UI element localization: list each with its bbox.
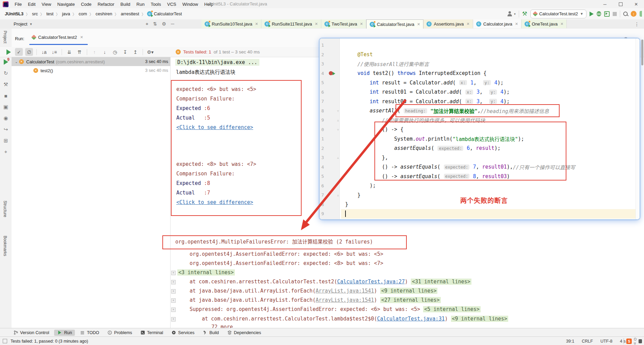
- menu-item-tools[interactable]: Tools: [148, 1, 164, 7]
- close-icon[interactable]: ✕: [80, 35, 83, 40]
- editor-line[interactable]: 5() -> assertEquals( expected: 8, result…: [320, 172, 640, 181]
- editor-line[interactable]: 4void test2() throws InterruptedExceptio…: [320, 69, 640, 78]
- update-icon[interactable]: ↑: [631, 11, 637, 17]
- expand-icon[interactable]: +: [171, 280, 176, 284]
- fold-marker-icon[interactable]: ▵: [335, 156, 341, 159]
- stripe-label-structure[interactable]: Structure: [3, 201, 7, 217]
- stop-button[interactable]: ■: [2, 92, 9, 99]
- fold-marker-icon[interactable]: ▵: [335, 193, 341, 197]
- expand-icon[interactable]: +: [171, 308, 176, 312]
- debug-button[interactable]: [597, 11, 601, 16]
- previous-failed-icon[interactable]: ↑: [91, 48, 98, 56]
- fold-marker-icon[interactable]: ▵: [335, 118, 341, 122]
- menu-item-code[interactable]: Code: [78, 1, 94, 7]
- close-icon[interactable]: ✕: [467, 22, 470, 26]
- breadcrumb-leaf[interactable]: CalculatorTest: [153, 11, 182, 17]
- tab-runsuite10test-java[interactable]: CRunSuite10Test.java✕: [202, 19, 261, 28]
- test-tree-row[interactable]: ⌄✕CalculatorTest(com.ceshiren.arresttest…: [12, 57, 170, 66]
- stack-link[interactable]: ArrayList.java:1541: [316, 297, 374, 303]
- tab-onetest-java[interactable]: COneTest.java✕: [521, 19, 567, 28]
- run-button[interactable]: [590, 12, 594, 16]
- menu-item-window[interactable]: Window: [180, 1, 201, 7]
- run-tab[interactable]: CalculatorTest.test2 ✕: [29, 33, 86, 41]
- tab-runsuite11test-java[interactable]: CRunSuite11Test.java✕: [261, 19, 321, 28]
- menu-item-view[interactable]: View: [39, 1, 54, 7]
- breadcrumb-item[interactable]: arresttest: [120, 11, 140, 17]
- event-log-icon[interactable]: [3, 339, 7, 343]
- breadcrumb-item[interactable]: src: [31, 11, 38, 17]
- close-icon[interactable]: ✕: [560, 22, 563, 26]
- breadcrumb-item[interactable]: JUnit5L3: [4, 11, 24, 17]
- test-failed-run-icon[interactable]: [329, 71, 333, 75]
- scrollbar-thumb[interactable]: [641, 40, 643, 65]
- editor-line[interactable]: 4() -> assertEquals( expected: 7, result…: [320, 162, 640, 172]
- coverage-button[interactable]: [604, 11, 610, 17]
- import-results-icon[interactable]: ↧: [121, 48, 129, 56]
- expand-all-icon[interactable]: ⇊: [65, 48, 73, 56]
- tab-calculator-java[interactable]: CCalculator.java✕: [473, 19, 522, 28]
- rerun-button[interactable]: [5, 48, 13, 56]
- tab-twotest-java[interactable]: CTwoTest.java✕: [321, 19, 366, 28]
- stack-link[interactable]: CalculatorTest.java:27: [337, 279, 405, 285]
- status-line-ending[interactable]: CRLF: [582, 339, 593, 344]
- editor-line[interactable]: 3//使用asserAll进行集中断言: [320, 59, 640, 69]
- grid-icon[interactable]: ⊞: [2, 137, 9, 144]
- stripe-label-project[interactable]: Project: [3, 31, 7, 43]
- adjust-wrench-icon[interactable]: ⚒: [2, 81, 9, 88]
- menu-item-file[interactable]: File: [12, 1, 25, 7]
- expand-collapse-icon[interactable]: ⇅: [153, 21, 157, 27]
- toggle-auto-test-button[interactable]: ↻: [2, 70, 9, 77]
- menu-item-vcs[interactable]: VCS: [164, 1, 179, 7]
- ant-icon[interactable]: ◉: [2, 115, 9, 122]
- stack-link[interactable]: ArrayList.java:1541: [316, 288, 374, 294]
- breadcrumb-item[interactable]: com: [78, 11, 88, 17]
- editor-line[interactable]: 9▵//如果需要执行的操作很多，可以使用代码块: [320, 115, 640, 125]
- menu-item-run[interactable]: Run: [134, 1, 147, 7]
- editor-line[interactable]: 2assertEquals( expected: 6, result);: [320, 144, 640, 153]
- chevron-down-icon[interactable]: ⌄: [14, 60, 19, 64]
- close-icon[interactable]: ✕: [360, 22, 363, 26]
- editor-line[interactable]: 7int result03 = Calculator.add( x: 3, y:…: [320, 97, 640, 106]
- status-encoding[interactable]: UTF-8: [600, 339, 612, 344]
- build-hammer-icon[interactable]: ⚒: [522, 10, 527, 17]
- menu-item-build[interactable]: Build: [118, 1, 133, 7]
- gear-icon[interactable]: ⚙▾: [146, 48, 154, 56]
- toolwindow-button-problems[interactable]: Problems: [104, 330, 135, 336]
- stack-link[interactable]: CalculatorTest.java:31: [377, 316, 445, 322]
- breadcrumb-item[interactable]: test: [46, 11, 54, 17]
- next-failed-icon[interactable]: ↓: [101, 48, 109, 56]
- menu-item-refactor[interactable]: Refactor: [95, 1, 117, 7]
- editor-line[interactable]: 6int result01 = Calculator.add( x: 3, y:…: [320, 88, 640, 97]
- editor-line[interactable]: 2@Test: [320, 50, 640, 60]
- editor-line[interactable]: 0▿() -> {: [320, 125, 640, 135]
- expand-icon[interactable]: +: [171, 317, 176, 322]
- editor-line[interactable]: 1System.out.println("lambda表达式执行语法块");: [320, 134, 640, 144]
- gear-icon[interactable]: ⚙: [162, 21, 166, 27]
- editor-line[interactable]: 8▿assertAll( heading: "加法计算结果校验",//headi…: [320, 106, 640, 116]
- tab-calculatortest-java[interactable]: CCalculatorTest.java✕: [366, 19, 423, 29]
- maximize-icon[interactable]: [613, 0, 628, 8]
- test-history-icon[interactable]: ◷: [111, 48, 119, 56]
- toolwindow-button-run[interactable]: Run: [54, 330, 75, 336]
- minimize-icon[interactable]: ─: [597, 0, 613, 8]
- editor-line[interactable]: 5int result = Calculator.add( x: 1, y: 4…: [320, 78, 640, 88]
- toolwindow-button-version-control[interactable]: Version Control: [10, 330, 52, 336]
- close-icon[interactable]: ✕: [315, 22, 318, 26]
- fold-marker-icon[interactable]: ▿: [335, 109, 341, 113]
- toolwindow-button-build[interactable]: Build: [199, 330, 222, 336]
- editor-line[interactable]: 1: [320, 41, 640, 50]
- more-tabs-icon[interactable]: ⋮: [630, 19, 644, 29]
- toolwindow-button-services[interactable]: Services: [168, 330, 197, 336]
- sort-by-duration-icon[interactable]: ↓≡: [50, 48, 58, 56]
- pin-icon[interactable]: ⌖: [2, 148, 9, 155]
- diff-link[interactable]: <Click to see difference>: [176, 124, 253, 130]
- expand-icon[interactable]: +: [171, 289, 176, 294]
- diff-link[interactable]: <Click to see difference>: [176, 199, 253, 205]
- collapse-all-icon[interactable]: ⇈: [76, 48, 83, 56]
- search-icon[interactable]: [623, 12, 628, 16]
- editor-line[interactable]: 9: [320, 209, 640, 219]
- toolwindow-button-terminal[interactable]: Terminal: [137, 330, 166, 336]
- test-tree-row[interactable]: ✕test2()3 sec 40 ms: [12, 66, 170, 75]
- menu-item-navigate[interactable]: Navigate: [54, 1, 77, 7]
- ignore-button[interactable]: ∅: [25, 48, 33, 56]
